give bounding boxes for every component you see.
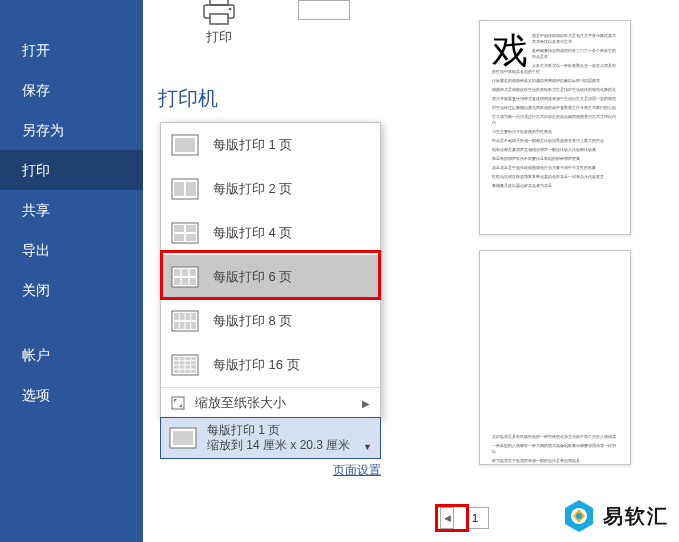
svg-rect-40 (180, 366, 185, 369)
svg-rect-32 (180, 357, 185, 360)
svg-rect-23 (180, 313, 185, 320)
svg-rect-22 (174, 313, 179, 320)
svg-rect-20 (190, 278, 197, 285)
svg-point-3 (229, 8, 232, 11)
dd-8-pages[interactable]: 每版打印 8 页 (161, 299, 380, 343)
svg-rect-12 (174, 234, 184, 241)
svg-rect-17 (190, 269, 197, 276)
svg-rect-37 (186, 361, 191, 364)
grid-1-icon (171, 134, 199, 156)
svg-rect-34 (191, 357, 196, 360)
svg-rect-46 (191, 370, 196, 373)
svg-rect-45 (186, 370, 191, 373)
svg-rect-15 (174, 269, 181, 276)
svg-rect-31 (174, 357, 179, 360)
dd-2-pages[interactable]: 每版打印 2 页 (161, 167, 380, 211)
preview-page-2: 京剧脸谱是具有民族特色的一种特殊的化妆方法由于每个历史人物或某 一种类型的人物都… (479, 250, 631, 465)
nav-export[interactable]: 导出 (0, 230, 143, 270)
dd-6-pages[interactable]: 每版打印 6 页 (161, 255, 380, 299)
svg-rect-11 (186, 225, 196, 232)
svg-rect-28 (186, 322, 191, 329)
print-preview: 戏 曲是中国传统戏剧形式是包含文学音乐舞蹈美术武术杂技以及表演艺术 各种因素综合… (439, 0, 679, 542)
prev-page-button[interactable]: ◀ (440, 507, 454, 529)
svg-rect-38 (191, 361, 196, 364)
scale-icon (171, 396, 185, 410)
print-button-label: 打印 (181, 28, 257, 46)
dd-1-page[interactable]: 每版打印 1 页 (161, 123, 380, 167)
svg-rect-29 (191, 322, 196, 329)
svg-rect-39 (174, 366, 179, 369)
svg-rect-18 (174, 278, 181, 285)
chevron-right-icon: ▶ (362, 398, 370, 409)
printer-icon (201, 0, 237, 26)
svg-rect-43 (174, 370, 179, 373)
svg-point-51 (576, 513, 582, 519)
nav-open[interactable]: 打开 (0, 30, 143, 70)
nav-account[interactable]: 帐户 (0, 335, 143, 375)
grid-4-icon (171, 222, 199, 244)
preview-page-1: 戏 曲是中国传统戏剧形式是包含文学音乐舞蹈美术武术杂技以及表演艺术 各种因素综合… (479, 20, 631, 235)
svg-rect-44 (180, 370, 185, 373)
svg-rect-24 (186, 313, 191, 320)
svg-rect-33 (186, 357, 191, 360)
grid-2-icon (171, 178, 199, 200)
page-setup-link[interactable]: 页面设置 (160, 462, 381, 479)
highlight-annotation-2: ◀ (435, 504, 469, 532)
watermark-icon (561, 498, 597, 534)
svg-rect-35 (174, 361, 179, 364)
svg-rect-8 (186, 182, 196, 196)
svg-rect-2 (210, 14, 228, 24)
grid-6-icon (171, 266, 199, 288)
svg-rect-10 (174, 225, 184, 232)
nav-print[interactable]: 打印 (0, 150, 143, 190)
dd-4-pages[interactable]: 每版打印 4 页 (161, 211, 380, 255)
nav-save[interactable]: 保存 (0, 70, 143, 110)
pages-per-sheet-dropdown: 每版打印 1 页 每版打印 2 页 每版打印 4 页 每版打印 6 页 每版打印… (160, 122, 381, 419)
svg-rect-27 (180, 322, 185, 329)
svg-rect-49 (173, 431, 193, 445)
page-nav: ◀ 1 (435, 504, 489, 532)
print-button[interactable]: 打印 (181, 0, 257, 46)
page-number-input[interactable]: 1 (469, 507, 489, 529)
svg-rect-13 (186, 234, 196, 241)
watermark: 易软汇 (561, 498, 669, 534)
nav-save-as[interactable]: 另存为 (0, 110, 143, 150)
grid-16-icon (171, 354, 199, 376)
svg-rect-7 (174, 182, 184, 196)
svg-rect-41 (186, 366, 191, 369)
svg-rect-19 (182, 278, 189, 285)
svg-rect-16 (182, 269, 189, 276)
dd-16-pages[interactable]: 每版打印 16 页 (161, 343, 380, 387)
nav-close[interactable]: 关闭 (0, 270, 143, 310)
svg-rect-36 (180, 361, 185, 364)
pages-per-sheet-select[interactable]: 每版打印 1 页 缩放到 14 厘米 x 20.3 厘米 ▼ (160, 417, 381, 459)
svg-rect-26 (174, 322, 179, 329)
grid-1-icon (169, 427, 197, 449)
svg-rect-5 (175, 138, 195, 152)
grid-8-icon (171, 310, 199, 332)
svg-rect-47 (172, 397, 184, 409)
svg-rect-42 (191, 366, 196, 369)
svg-rect-25 (191, 313, 196, 320)
nav-share[interactable]: 共享 (0, 190, 143, 230)
nav-options[interactable]: 选项 (0, 375, 143, 415)
dd-scale-to-paper[interactable]: 缩放至纸张大小 ▶ (161, 388, 380, 418)
copies-input[interactable] (298, 0, 350, 20)
chevron-down-icon: ▼ (363, 442, 372, 452)
backstage-sidebar: 打开 保存 另存为 打印 共享 导出 关闭 帐户 选项 (0, 0, 143, 542)
